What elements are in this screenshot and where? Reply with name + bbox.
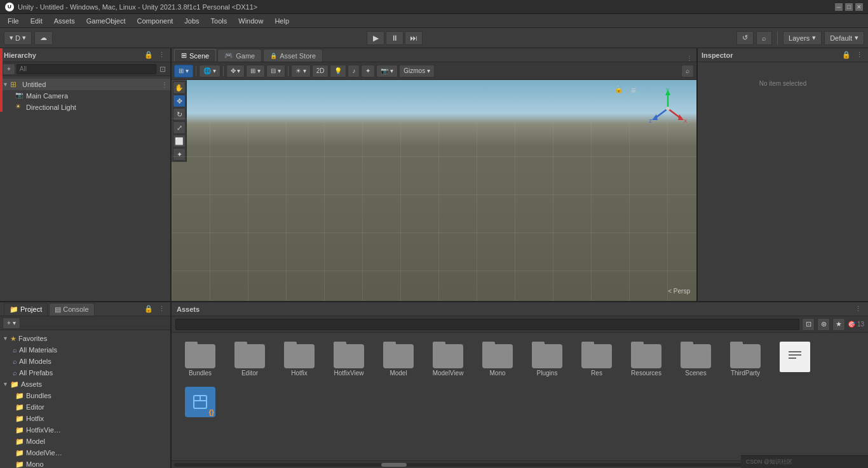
tab-asset-store[interactable]: 🔒 Asset Store (263, 49, 323, 62)
hierarchy-maximize-icon[interactable]: ⊡ (158, 64, 168, 74)
scene-hamburger-icon[interactable]: ≡ (631, 85, 636, 95)
hierarchy-lock-icon[interactable]: 🔒 (144, 50, 154, 60)
asset-search-input[interactable] (175, 319, 799, 330)
menu-help[interactable]: Help (269, 16, 294, 26)
play-button[interactable]: ▶ (367, 31, 384, 45)
asset-script-file[interactable] (773, 339, 817, 379)
hierarchy-camera-item[interactable]: 📷 Main Camera (0, 90, 170, 102)
hierarchy-light-item[interactable]: ☀ Directional Light (0, 102, 170, 113)
scene-overlay-btn[interactable]: ⊟ ▾ (266, 65, 285, 77)
hand-tool[interactable]: ✋ (173, 81, 186, 94)
favorites-expand-arrow: ▼ (3, 335, 10, 342)
scene-more-icon[interactable]: ⋮ (161, 81, 168, 88)
scene-globe-btn[interactable]: 🌐 ▾ (199, 65, 220, 77)
asset-scenes[interactable]: Scenes (674, 339, 718, 379)
menu-tools[interactable]: Tools (206, 16, 233, 26)
rotate-tool[interactable]: ↻ (173, 108, 186, 121)
default-dropdown[interactable]: Default ▾ (824, 31, 864, 45)
asset-model[interactable]: Model (376, 339, 421, 379)
all-materials-item[interactable]: ⌕ All Materials (0, 344, 170, 356)
asset-hotfix[interactable]: Hotfix (277, 339, 322, 379)
tab-game[interactable]: 🎮 Game (217, 49, 262, 62)
inspector-lock-icon[interactable]: 🔒 (841, 50, 851, 60)
hierarchy-add-button[interactable]: + (3, 64, 15, 75)
modelview-item[interactable]: 📁 ModelVie… (0, 447, 170, 458)
project-lock-icon[interactable]: 🔒 (144, 304, 154, 314)
mono-item[interactable]: 📁 Mono (0, 458, 170, 468)
rect-tool[interactable]: ⬜ (173, 135, 186, 147)
asset-reveal-btn[interactable]: ⊡ (802, 318, 815, 331)
all-models-item[interactable]: ⌕ All Models (0, 356, 170, 367)
scene-move-btn[interactable]: ✥ ▾ (226, 65, 245, 77)
scenes-asset-label: Scenes (685, 370, 706, 377)
scene-viewport[interactable]: ✋ ✥ ↻ ⤢ ⬜ ✦ (172, 80, 696, 301)
scene-view-dropdown[interactable]: ⊞ ▾ (174, 65, 193, 77)
asset-package-file[interactable]: {} (178, 384, 222, 421)
asset-plugins[interactable]: Plugins (525, 339, 569, 379)
tab-console[interactable]: ▤ Console (49, 303, 94, 316)
project-more-icon[interactable]: ⋮ (156, 304, 166, 314)
layers-dropdown[interactable]: Layers ▾ (783, 31, 822, 45)
scene-gizmos-btn[interactable]: Gizmos ▾ (399, 65, 435, 77)
menu-edit[interactable]: Edit (25, 16, 48, 26)
scene-snap-btn[interactable]: ⊞ ▾ (246, 65, 265, 77)
asset-editor[interactable]: Editor (227, 339, 272, 379)
account-button[interactable]: ▾ D ▾ (4, 31, 32, 45)
all-prefabs-item[interactable]: ⌕ All Prefabs (0, 367, 170, 378)
menu-window[interactable]: Window (233, 16, 268, 26)
minimize-button[interactable]: ─ (835, 3, 843, 11)
tab-scene[interactable]: ⊞ Scene (174, 49, 216, 62)
scene-audio-btn[interactable]: ♪ (348, 65, 360, 77)
scene-shading-btn[interactable]: ☀ ▾ (291, 65, 311, 77)
hierarchy-search-input[interactable] (17, 64, 156, 74)
menu-file[interactable]: File (3, 16, 24, 26)
cloud-button[interactable]: ☁ (34, 31, 53, 45)
hierarchy-scene-item[interactable]: ▼ ⊞ Untitled ⋮ (0, 79, 170, 90)
pause-button[interactable]: ⏸ (386, 31, 403, 45)
menu-gameobject[interactable]: GameObject (81, 16, 131, 26)
inspector-more-icon[interactable]: ⋮ (854, 50, 864, 60)
maximize-button[interactable]: □ (845, 3, 853, 11)
scene-camera-btn[interactable]: 📷 ▾ (376, 65, 398, 77)
scene-2d-btn[interactable]: 2D (312, 65, 329, 77)
move-tool[interactable]: ✥ (173, 95, 186, 107)
close-button[interactable]: ✕ (855, 3, 863, 11)
scrollbar-thumb[interactable] (381, 463, 407, 467)
asset-res[interactable]: Res (574, 339, 619, 379)
asset-hotfixview[interactable]: HotfixView (327, 339, 371, 379)
hierarchy-more-icon[interactable]: ⋮ (156, 50, 166, 60)
bundles-item[interactable]: 📁 Bundles (0, 390, 170, 401)
step-button[interactable]: ⏭ (405, 31, 423, 45)
asset-resources[interactable]: Resources (624, 339, 668, 379)
menu-assets[interactable]: Assets (49, 16, 80, 26)
model-asset-label: Model (390, 370, 407, 377)
asset-star-btn[interactable]: ★ (832, 318, 845, 331)
favorites-item[interactable]: ▼ ★ Favorites (0, 333, 170, 344)
asset-mono[interactable]: Mono (475, 339, 520, 379)
asset-thirdparty[interactable]: ThirdParty (723, 339, 768, 379)
audio-icon: ♪ (352, 67, 355, 74)
project-add-button[interactable]: + ▾ (3, 318, 20, 329)
history-button[interactable]: ↺ (736, 31, 754, 45)
menu-jobs[interactable]: Jobs (179, 16, 204, 26)
model-item[interactable]: 📁 Model (0, 436, 170, 447)
tab-project[interactable]: 📁 Project (4, 303, 48, 316)
scene-lock-icon[interactable]: 🔒 (614, 85, 623, 93)
hotfixview-item[interactable]: 📁 HotfixVie… (0, 424, 170, 436)
scene-lights-btn[interactable]: 💡 (330, 65, 346, 77)
tabs-more-icon[interactable]: ⋮ (685, 55, 694, 62)
editor-item[interactable]: 📁 Editor (0, 401, 170, 413)
asset-bundles[interactable]: Bundles (178, 339, 222, 379)
default-label: Default (830, 34, 852, 42)
transform-tool[interactable]: ✦ (173, 148, 186, 161)
asset-filter-btn[interactable]: ⊛ (817, 318, 830, 331)
menu-component[interactable]: Component (132, 16, 178, 26)
assets-root-item[interactable]: ▼ 📁 Assets (0, 378, 170, 390)
asset-modelview[interactable]: ModelView (426, 339, 470, 379)
scene-effects-btn[interactable]: ✦ (361, 65, 375, 77)
scale-tool[interactable]: ⤢ (173, 121, 186, 134)
asset-browser-more-icon[interactable]: ⋮ (853, 304, 863, 314)
hotfix-item[interactable]: 📁 Hotfix (0, 413, 170, 424)
search-button[interactable]: ⌕ (756, 31, 772, 45)
scene-search-btn[interactable]: ⌕ (681, 65, 694, 77)
